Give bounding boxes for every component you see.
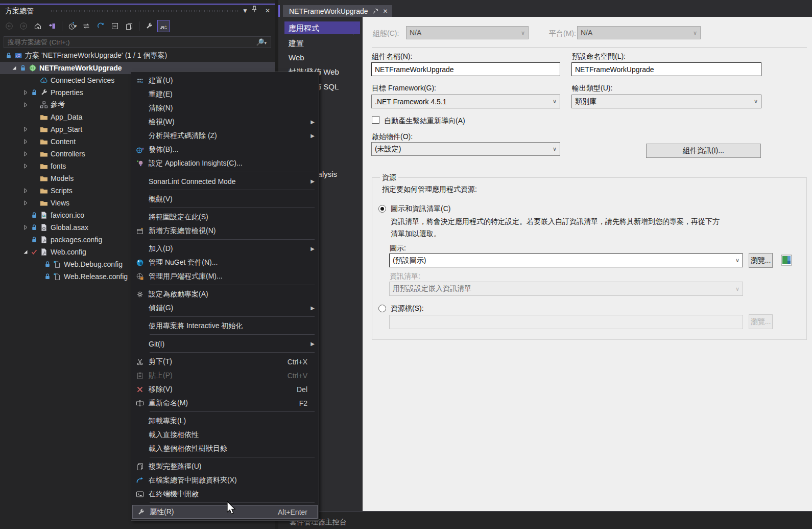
forward-icon[interactable] <box>17 20 30 32</box>
manifest-select[interactable]: 用預設設定嵌入資訊清單∨ <box>389 282 743 296</box>
menu-item[interactable]: 設定為啟動專案(A) <box>131 287 319 301</box>
output-type-label: 輸出類型(U): <box>572 84 612 93</box>
wrench-icon <box>132 508 150 516</box>
rename-icon <box>131 399 149 407</box>
menu-item[interactable]: 新增方案總管檢視(N) <box>131 224 319 238</box>
output-type-select[interactable]: 類別庫∨ <box>571 95 761 108</box>
preview-selected-items-icon[interactable] <box>123 20 135 32</box>
menu-item[interactable]: 剪下(T)Ctrl+X <box>131 355 319 369</box>
icon-and-manifest-radio[interactable] <box>378 205 386 213</box>
search-input[interactable] <box>4 38 256 46</box>
menu-item[interactable]: 屬性(R)Alt+Enter <box>132 505 318 519</box>
resource-file-label: 資源檔(S): <box>391 304 424 313</box>
properties-wrench-icon[interactable] <box>143 20 155 32</box>
pending-changes-filter-icon[interactable]: ▾ <box>66 20 78 32</box>
assembly-information-button[interactable]: 組件資訊(I)... <box>646 144 761 158</box>
expander-closed-icon[interactable] <box>21 137 30 146</box>
folder-icon <box>38 137 50 146</box>
expander-closed-icon[interactable] <box>21 125 30 133</box>
menu-item[interactable]: 清除(N) <box>131 101 319 115</box>
refresh-icon[interactable] <box>94 20 107 32</box>
menu-item[interactable]: SonarLint Connected Mode▶ <box>131 174 319 188</box>
menu-item[interactable]: 載入直接相依性 <box>131 428 319 442</box>
close-icon[interactable]: ✕ <box>383 8 388 14</box>
menu-item-label: 複製完整路徑(U) <box>149 462 201 471</box>
menu-item[interactable]: 分析與程式碼清除 (Z)▶ <box>131 129 319 143</box>
switch-views-icon[interactable] <box>80 20 92 32</box>
search-icon[interactable]: 🔎▾ <box>256 38 271 46</box>
assembly-name-input[interactable]: NETFrameWorkUpgrade <box>371 62 560 76</box>
menu-item[interactable]: 檢視(W)▶ <box>131 115 319 129</box>
menu-item-label: 偵錯(G) <box>149 304 173 313</box>
back-icon[interactable] <box>3 20 15 32</box>
show-all-files-icon[interactable] <box>157 20 170 32</box>
menu-item[interactable]: 建置(U) <box>131 74 319 87</box>
tree-item-label: packages.config <box>50 236 102 244</box>
menu-item[interactable]: 載入整個相依性樹狀目錄 <box>131 442 319 455</box>
expander-closed-icon[interactable] <box>21 150 30 158</box>
menu-item[interactable]: 重建(E) <box>131 87 319 101</box>
submenu-arrow-icon: ▶ <box>311 119 315 125</box>
expander-closed-icon[interactable] <box>21 88 30 97</box>
close-icon[interactable]: ✕ <box>262 6 273 16</box>
terminal-icon <box>131 490 149 498</box>
target-framework-select[interactable]: .NET Framework 4.5.1∨ <box>371 95 560 108</box>
menu-separator <box>150 285 315 285</box>
document-tab[interactable]: NETFrameWorkUpgrade ✕ <box>283 5 392 17</box>
default-namespace-input[interactable]: NETFrameWorkUpgrade <box>571 62 761 76</box>
expander-open-icon[interactable] <box>21 248 30 256</box>
menu-separator <box>150 172 315 172</box>
configuration-select[interactable]: N/A∨ <box>406 26 529 39</box>
menu-item[interactable]: 管理用戶端程式庫(M)... <box>131 269 319 283</box>
menu-item[interactable]: 管理 NuGet 套件(N)... <box>131 256 319 269</box>
menu-item[interactable]: 在終端機中開啟 <box>131 487 319 501</box>
expander-closed-icon[interactable] <box>21 223 30 232</box>
resource-file-input[interactable] <box>389 315 743 329</box>
icon-select[interactable]: (預設圖示)∨ <box>389 254 743 267</box>
pin-icon[interactable] <box>373 8 378 14</box>
menu-item[interactable]: 將範圍設定在此(S) <box>131 210 319 224</box>
property-tab-1[interactable]: 建置 <box>278 37 363 50</box>
tree-item-label: Connected Services <box>50 76 114 84</box>
menu-separator <box>150 208 315 208</box>
collapse-all-icon[interactable] <box>109 20 121 32</box>
startup-object-select[interactable]: (未設定)∨ <box>371 142 560 156</box>
platform-select[interactable]: N/A∨ <box>577 26 701 39</box>
package-manager-console-panel: 套件管理器主控台 <box>278 511 812 529</box>
browse-icon-button[interactable]: 瀏覽... <box>749 253 773 268</box>
menu-item-label: 清除(N) <box>149 104 173 113</box>
tree-item[interactable]: 方案 'NETFrameWorkUpgrade' (1 / 1 個專案) <box>0 50 275 62</box>
menu-item[interactable]: Git(I)▶ <box>131 337 319 351</box>
gear-icon <box>131 290 149 298</box>
sync-with-active-document-icon[interactable] <box>46 20 58 32</box>
menu-item[interactable]: 複製完整路徑(U) <box>131 459 319 473</box>
property-tab-application[interactable]: 應用程式 <box>284 21 360 34</box>
expander-open-icon[interactable] <box>10 64 18 72</box>
menu-item[interactable]: 卸載專案(L) <box>131 414 319 428</box>
auto-generate-binding-redirects-checkbox[interactable] <box>372 116 379 124</box>
menu-item[interactable]: 在檔案總管中開啟資料夾(X) <box>131 473 319 487</box>
home-icon[interactable] <box>32 20 44 32</box>
property-tab-2[interactable]: Web <box>278 51 363 64</box>
pin-icon[interactable] <box>251 6 261 16</box>
expander-closed-icon[interactable] <box>21 101 30 109</box>
menu-item[interactable]: 加入(D)▶ <box>131 242 319 256</box>
resource-file-radio[interactable] <box>378 305 386 312</box>
chevron-down-icon[interactable]: ▼ <box>240 6 250 16</box>
menu-item[interactable]: 偵錯(G)▶ <box>131 301 319 315</box>
auto-generate-binding-redirects-label: 自動產生繫結重新導向(A) <box>384 117 465 126</box>
menu-item[interactable]: 使用專案將 Interactive 初始化 <box>131 319 319 333</box>
expander-closed-icon[interactable] <box>21 162 30 170</box>
menu-item[interactable]: 移除(V)Del <box>131 382 319 396</box>
menu-item[interactable]: 設定 Application Insights(C)... <box>131 156 319 170</box>
browse-resource-file-button[interactable]: 瀏覽... <box>749 314 773 329</box>
expander-closed-icon[interactable] <box>21 199 30 207</box>
menu-item[interactable]: 貼上(P)Ctrl+V <box>131 369 319 382</box>
expander-closed-icon[interactable] <box>21 187 30 195</box>
imagefile-icon <box>38 211 50 219</box>
menu-item[interactable]: 重新命名(M)F2 <box>131 396 319 410</box>
startup-object-label: 啟始物件(O): <box>372 132 413 142</box>
menu-item[interactable]: 發佈(B)... <box>131 143 319 156</box>
menu-separator <box>150 411 315 412</box>
menu-item[interactable]: 概觀(V) <box>131 192 319 206</box>
